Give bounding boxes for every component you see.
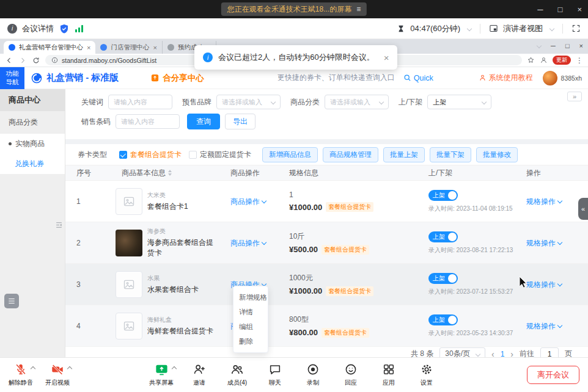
- floating-list-widget[interactable]: [4, 294, 19, 308]
- apps-button[interactable]: 应用: [377, 362, 401, 387]
- tutorial-link[interactable]: 系统使用教程: [479, 73, 533, 83]
- minimize-icon[interactable]: ─: [537, 5, 543, 14]
- page-body: 商品中心 商品分类 实物商品 兑换礼券 »: [0, 89, 588, 357]
- forward-icon[interactable]: [18, 56, 27, 65]
- browser-close-icon[interactable]: ×: [579, 42, 583, 49]
- meeting-details-link[interactable]: 会议详情: [22, 23, 54, 34]
- toolbar-collapse-icon[interactable]: »: [567, 92, 582, 101]
- site-info-icon[interactable]: [51, 57, 58, 64]
- spec-action-link[interactable]: 规格操作: [526, 280, 562, 289]
- batch-onshelf-button[interactable]: 批量上架: [383, 147, 425, 162]
- spec-action-link[interactable]: 规格操作: [526, 322, 562, 330]
- settings-button[interactable]: 设置: [414, 362, 439, 387]
- start-video-button[interactable]: 开启视频: [45, 362, 70, 387]
- mic-options-caret-icon[interactable]: [31, 366, 35, 371]
- tab-search-icon[interactable]: [537, 43, 542, 48]
- network-signal-icon[interactable]: [75, 24, 84, 33]
- image-icon: [123, 320, 135, 332]
- browser-tab[interactable]: 门店管理中心 ×: [95, 41, 162, 54]
- members-button[interactable]: 成员(4): [225, 362, 249, 387]
- barcode-input[interactable]: [116, 114, 180, 129]
- reload-icon[interactable]: [32, 56, 40, 65]
- filter-form: 关键词 预售品牌 请选择或输入 商品分类 请选择或输入 上/下架 上架: [65, 89, 588, 139]
- notification-close-icon[interactable]: ×: [384, 53, 389, 63]
- dropdown-item-delete[interactable]: 删除: [233, 334, 268, 349]
- chat-button[interactable]: 聊天: [263, 362, 287, 387]
- browser-tab-active[interactable]: 礼盒营销平台管理中心 ×: [4, 41, 95, 54]
- timer-chevron-down-icon[interactable]: [467, 26, 472, 31]
- bullet-icon: [9, 142, 12, 145]
- banner-menu-icon[interactable]: ≡: [356, 5, 361, 13]
- export-button[interactable]: 导出: [225, 114, 255, 129]
- batch-offshelf-button[interactable]: 批量下架: [430, 147, 471, 162]
- sort-icon[interactable]: [168, 170, 172, 176]
- product-image-placeholder: [116, 313, 142, 339]
- checkbox-combo-card[interactable]: 套餐组合提货卡: [119, 150, 182, 160]
- window-titlebar: 您正在观看金禾通技术王斌18...的屏幕 ≡ ─ □ ×: [0, 0, 588, 18]
- share-options-caret-icon[interactable]: [171, 366, 176, 371]
- view-chevron-down-icon[interactable]: [549, 26, 554, 31]
- back-icon[interactable]: [5, 56, 13, 65]
- spec-action-link[interactable]: 规格操作: [526, 239, 562, 247]
- shelf-toggle[interactable]: 上架: [428, 273, 458, 284]
- tab-close-icon[interactable]: ×: [153, 44, 156, 51]
- sidebar-item-product-category[interactable]: 商品分类: [0, 111, 65, 134]
- screen: 您正在观看金禾通技术王斌18...的屏幕 ≡ ─ □ × i 会议详情: [0, 0, 588, 392]
- shelf-select[interactable]: 上架: [427, 95, 491, 109]
- record-button[interactable]: 录制: [301, 362, 325, 387]
- product-action-link[interactable]: 商品操作: [230, 239, 266, 247]
- product-image-placeholder: [116, 271, 142, 298]
- sidebar-item-gift-voucher[interactable]: 兑换礼券: [0, 154, 65, 174]
- tab-close-icon[interactable]: ×: [87, 44, 90, 51]
- search-button[interactable]: 查询: [187, 114, 220, 129]
- browser-maximize-icon[interactable]: □: [565, 42, 570, 49]
- checkbox-fixed-card[interactable]: 定额固定提货卡: [189, 150, 251, 160]
- user-avatar[interactable]: [543, 71, 557, 85]
- security-shield-icon[interactable]: [59, 23, 70, 34]
- view-mode-selector[interactable]: 演讲者视图: [503, 23, 543, 34]
- batch-edit-button[interactable]: 批量修改: [476, 147, 518, 162]
- category-select[interactable]: 请选择或输入: [325, 95, 389, 109]
- dropdown-item-detail[interactable]: 详情: [233, 305, 268, 319]
- bookmark-star-icon[interactable]: [527, 56, 535, 64]
- fullscreen-icon[interactable]: [571, 24, 581, 33]
- dropdown-item-add-spec[interactable]: 新增规格: [233, 290, 268, 305]
- browser-minimize-icon[interactable]: ─: [551, 42, 556, 49]
- chevron-down-icon: [476, 351, 480, 356]
- share-center-link[interactable]: 合分享中心: [150, 73, 204, 84]
- meeting-info-icon[interactable]: i: [7, 24, 17, 34]
- maximize-icon[interactable]: □: [558, 5, 563, 14]
- image-icon: [123, 195, 135, 208]
- quick-search-link[interactable]: Quick: [403, 74, 433, 82]
- shelf-toggle[interactable]: 上架: [428, 314, 458, 325]
- profile-icon[interactable]: [540, 56, 548, 64]
- shelf-toggle[interactable]: 上架: [428, 190, 458, 201]
- update-badge[interactable]: 更新: [553, 56, 571, 65]
- camera-options-caret-icon[interactable]: [67, 366, 72, 371]
- spec-manage-button[interactable]: 商品规格管理: [323, 147, 378, 162]
- browser-menu-icon[interactable]: ⋮: [576, 56, 583, 65]
- chevron-down-icon: [557, 323, 562, 328]
- url-text: standard.maboy.cn/GoodsGiftList: [62, 57, 156, 64]
- leave-meeting-button[interactable]: 离开会议: [527, 366, 579, 384]
- reactions-button[interactable]: 回应: [339, 362, 363, 387]
- brand-select[interactable]: 请选择或输入: [216, 95, 281, 109]
- product-cell: 海参类 海参商品套餐组合提货卡: [116, 227, 218, 258]
- side-panel-handle[interactable]: «: [578, 198, 588, 220]
- sidebar-collapse-icon[interactable]: [55, 221, 63, 229]
- spec-cell: 10斤 ¥500.00套餐组合提货卡: [274, 231, 416, 255]
- share-screen-button[interactable]: 共享屏幕: [149, 362, 174, 387]
- close-icon[interactable]: ×: [577, 5, 582, 14]
- function-nav-toggle[interactable]: 功能 导航: [0, 67, 24, 89]
- add-product-button[interactable]: 新增商品信息: [262, 147, 318, 162]
- shelf-toggle[interactable]: 上架: [428, 231, 458, 242]
- product-action-link[interactable]: 商品操作: [230, 197, 266, 206]
- keyword-input[interactable]: [108, 95, 172, 109]
- dropdown-item-group[interactable]: 编组: [233, 319, 268, 334]
- timer-icon: [397, 24, 405, 33]
- invite-button[interactable]: 邀请: [187, 362, 211, 387]
- unmute-button[interactable]: 解除静音: [9, 362, 33, 387]
- sidebar-item-physical-goods[interactable]: 实物商品: [0, 134, 65, 154]
- spec-action-link[interactable]: 规格操作: [526, 197, 562, 206]
- card-type-label: 券卡类型: [78, 150, 107, 160]
